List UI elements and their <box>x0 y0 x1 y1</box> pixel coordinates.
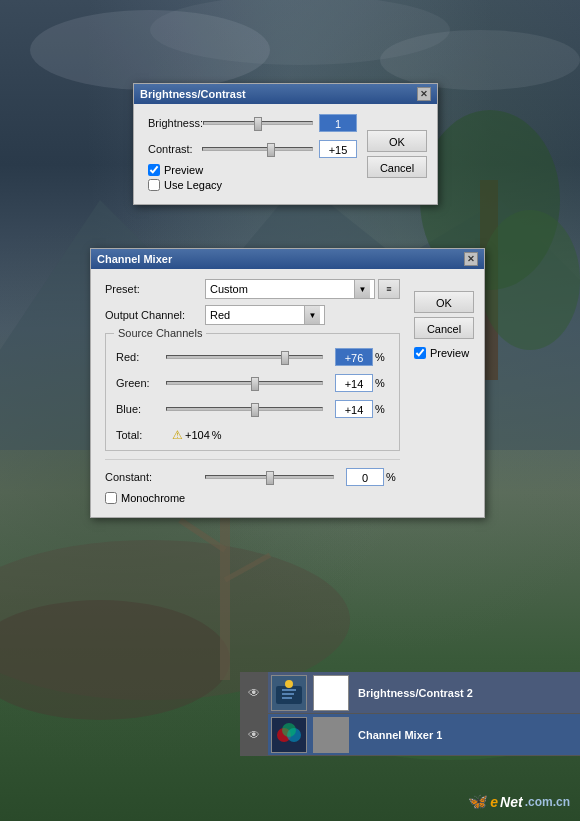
total-warning-icon: ⚠ <box>172 428 183 442</box>
brightness-slider-area <box>203 117 313 129</box>
constant-track[interactable] <box>205 475 334 479</box>
channel-mixer-dialog: Channel Mixer ✕ Preset: Custom ▼ ≡ Outpu… <box>90 248 485 518</box>
cm-preview-checkbox[interactable] <box>414 347 426 359</box>
output-channel-label: Output Channel: <box>105 309 205 321</box>
monochrome-row: Monochrome <box>105 492 400 504</box>
preset-row: Preset: Custom ▼ ≡ <box>105 279 400 299</box>
blue-channel-row: Blue: +14 % <box>116 400 389 418</box>
brightness-contrast-icon <box>274 678 304 708</box>
bc-dialog-title: Brightness/Contrast <box>140 88 246 100</box>
output-dropdown-arrow[interactable]: ▼ <box>304 306 320 324</box>
green-thumb[interactable] <box>251 377 259 391</box>
constant-thumb[interactable] <box>266 471 274 485</box>
watermark: 🦋 e Net .com.cn <box>468 792 570 811</box>
preset-label: Preset: <box>105 283 205 295</box>
red-value[interactable]: +76 <box>335 348 373 366</box>
cm-close-button[interactable]: ✕ <box>464 252 478 266</box>
cm-dialog-titlebar[interactable]: Channel Mixer ✕ <box>91 249 484 269</box>
brightness-row: Brightness: 1 <box>148 114 357 132</box>
bc-cancel-button[interactable]: Cancel <box>367 156 427 178</box>
cm-button-column: OK Cancel Preview <box>414 291 474 362</box>
layer-name: Channel Mixer 1 <box>352 729 580 741</box>
total-row: Total: ⚠ +104 % <box>116 426 389 442</box>
layer-row[interactable]: 👁 Channel Mixer 1 <box>240 714 580 756</box>
red-track[interactable] <box>166 355 323 359</box>
green-pct: % <box>375 377 389 389</box>
red-pct: % <box>375 351 389 363</box>
output-channel-row: Output Channel: Red ▼ <box>105 305 400 325</box>
use-legacy-row: Use Legacy <box>148 179 357 191</box>
channel-mixer-icon <box>274 720 304 750</box>
layer-visibility-icon[interactable]: 👁 <box>240 672 268 714</box>
green-channel-row: Green: +14 % <box>116 374 389 392</box>
contrast-row: Contrast: +15 <box>148 140 357 158</box>
preview-checkbox[interactable] <box>148 164 160 176</box>
red-channel-row: Red: +76 % <box>116 348 389 366</box>
brightness-contrast-dialog: Brightness/Contrast ✕ Brightness: 1 Cont… <box>133 83 438 205</box>
contrast-slider-area <box>202 143 313 155</box>
output-channel-dropdown[interactable]: Red ▼ <box>205 305 325 325</box>
layer-thumbnail <box>271 717 307 753</box>
layer-visibility-icon[interactable]: 👁 <box>240 714 268 756</box>
layers-panel: 👁 Brightness/Contrast 2 👁 Channel Mixer … <box>240 672 580 756</box>
green-value[interactable]: +14 <box>335 374 373 392</box>
green-slider-area <box>166 377 323 389</box>
layer-thumbnail <box>271 675 307 711</box>
monochrome-checkbox[interactable] <box>105 492 117 504</box>
constant-label: Constant: <box>105 471 205 483</box>
preset-dropdown-arrow[interactable]: ▼ <box>354 280 370 298</box>
red-slider-area <box>166 351 323 363</box>
brightness-label: Brightness: <box>148 117 203 129</box>
cm-preview-row: Preview <box>414 347 474 359</box>
preview-label: Preview <box>164 164 203 176</box>
svg-point-17 <box>282 723 296 737</box>
layer-mask-thumbnail <box>313 675 349 711</box>
constant-slider-area <box>205 471 334 483</box>
use-legacy-label: Use Legacy <box>164 179 222 191</box>
total-value: +104 <box>185 429 210 441</box>
cm-ok-button[interactable]: OK <box>414 291 474 313</box>
contrast-value[interactable]: +15 <box>319 140 357 158</box>
brightness-track[interactable] <box>203 121 313 125</box>
source-channels-group: Source Channels Red: +76 % Green: <box>105 333 400 451</box>
brightness-thumb[interactable] <box>254 117 262 131</box>
layer-mask-thumbnail <box>313 717 349 753</box>
output-channel-value: Red <box>210 309 230 321</box>
bc-dialog-titlebar[interactable]: Brightness/Contrast ✕ <box>134 84 437 104</box>
bc-close-button[interactable]: ✕ <box>417 87 431 101</box>
use-legacy-checkbox[interactable] <box>148 179 160 191</box>
constant-row: Constant: 0 % <box>105 468 400 486</box>
preset-dropdown[interactable]: Custom ▼ <box>205 279 375 299</box>
blue-track[interactable] <box>166 407 323 411</box>
total-label: Total: <box>116 429 166 441</box>
blue-value[interactable]: +14 <box>335 400 373 418</box>
green-track[interactable] <box>166 381 323 385</box>
total-pct: % <box>212 429 222 441</box>
constant-value[interactable]: 0 <box>346 468 384 486</box>
blue-slider-area <box>166 403 323 415</box>
preview-row: Preview <box>148 164 357 176</box>
watermark-butterfly: 🦋 <box>468 792 488 811</box>
red-label: Red: <box>116 351 166 363</box>
preset-value: Custom <box>210 283 248 295</box>
monochrome-label: Monochrome <box>121 492 185 504</box>
preset-menu-icon[interactable]: ≡ <box>378 279 400 299</box>
layer-name: Brightness/Contrast 2 <box>352 687 580 699</box>
blue-pct: % <box>375 403 389 415</box>
brightness-value[interactable]: 1 <box>319 114 357 132</box>
source-channels-legend: Source Channels <box>114 327 206 339</box>
cm-separator <box>105 459 400 460</box>
cm-cancel-button[interactable]: Cancel <box>414 317 474 339</box>
contrast-track[interactable] <box>202 147 313 151</box>
cm-dialog-title: Channel Mixer <box>97 253 172 265</box>
red-thumb[interactable] <box>281 351 289 365</box>
contrast-label: Contrast: <box>148 143 202 155</box>
bc-button-column: OK Cancel <box>367 130 427 178</box>
blue-thumb[interactable] <box>251 403 259 417</box>
constant-pct: % <box>386 471 400 483</box>
contrast-thumb[interactable] <box>267 143 275 157</box>
bc-ok-button[interactable]: OK <box>367 130 427 152</box>
svg-point-14 <box>285 680 293 688</box>
layer-row[interactable]: 👁 Brightness/Contrast 2 <box>240 672 580 714</box>
watermark-net: Net <box>500 794 523 810</box>
